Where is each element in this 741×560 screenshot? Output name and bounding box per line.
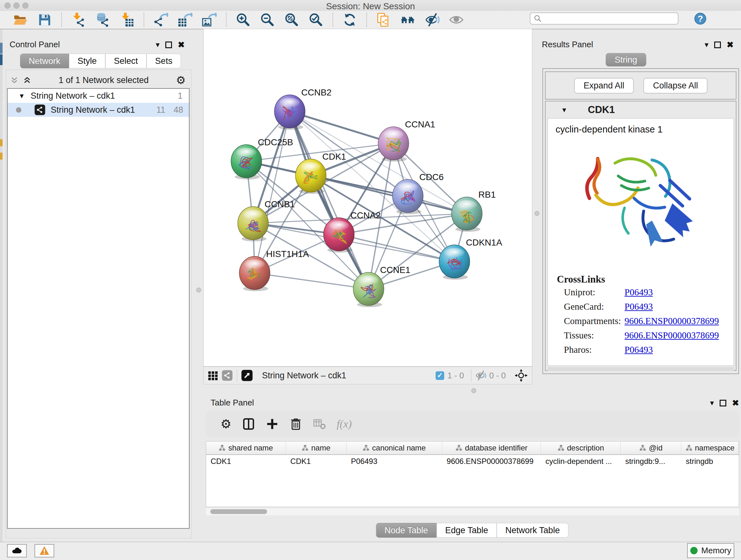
bottom-splitter-handle[interactable]: [471, 388, 476, 393]
tab-edge-table[interactable]: Edge Table: [436, 523, 497, 538]
network-node-CDC6[interactable]: CDC6: [393, 172, 444, 214]
table-row[interactable]: CDK1CDK1P064939606.ENSP00000378699cyclin…: [206, 455, 739, 468]
table-cell[interactable]: 9606.ENSP00000378699: [442, 457, 541, 466]
crosslink-link[interactable]: P06493: [624, 345, 653, 355]
network-node-CCNB1[interactable]: CCNB1: [238, 199, 295, 241]
hide-selected-icon[interactable]: [420, 11, 444, 28]
search-input[interactable]: [544, 14, 678, 23]
tab-sets[interactable]: Sets: [146, 54, 181, 68]
crosslink-link[interactable]: P06493: [624, 287, 653, 298]
column-header-shared-name[interactable]: shared name: [206, 442, 286, 454]
network-badge-gray-icon[interactable]: [221, 370, 233, 381]
tab-select[interactable]: Select: [105, 54, 146, 68]
results-panel-float-icon[interactable]: [714, 42, 721, 48]
tab-string[interactable]: String: [606, 53, 646, 66]
zoom-fit-icon[interactable]: [280, 11, 304, 28]
crosslink-link[interactable]: 9606.ENSP00000378699: [624, 316, 719, 326]
node-table[interactable]: shared namenamecanonical namedatabase id…: [206, 441, 739, 507]
import-network-file-icon[interactable]: [66, 11, 91, 28]
column-header-description[interactable]: description: [541, 442, 621, 454]
export-network-icon[interactable]: [149, 11, 173, 28]
tab-network[interactable]: Network: [20, 54, 69, 68]
table-cell[interactable]: P06493: [347, 457, 442, 466]
control-panel-menu-icon[interactable]: ▾: [156, 40, 159, 49]
table-gear-icon[interactable]: ⚙: [220, 417, 231, 431]
memory-status-dot: [690, 547, 697, 554]
open-session-icon[interactable]: [8, 11, 32, 28]
zoom-in-icon[interactable]: [231, 11, 255, 28]
warnings-button[interactable]: [35, 544, 54, 557]
results-panel-menu-icon[interactable]: ▾: [704, 40, 709, 49]
zoom-out-icon[interactable]: [255, 11, 280, 28]
network-row-selected[interactable]: String Network – cdk1 11 48: [8, 103, 189, 117]
collection-expand-icon[interactable]: ▾: [20, 91, 23, 100]
gene-collapse-icon[interactable]: ▾: [562, 105, 566, 114]
table-cell[interactable]: CDK1: [286, 457, 347, 466]
export-image-icon[interactable]: [197, 11, 221, 28]
table-panel-close-icon[interactable]: ✖: [732, 399, 739, 407]
crosslink-link[interactable]: 9606.ENSP00000378699: [624, 330, 719, 341]
network-node-RB1[interactable]: RB1: [452, 190, 495, 232]
control-panel-close-icon[interactable]: ✖: [178, 41, 185, 49]
table-add-column-icon[interactable]: [266, 418, 279, 430]
selected-checkbox-icon[interactable]: ✓: [435, 371, 444, 380]
network-canvas[interactable]: CCNB2CCNA1CDC25BCDK1CDC6RB1CCNB1CCNA2CDK…: [203, 29, 532, 367]
save-session-icon[interactable]: [32, 11, 57, 28]
column-header-canonical-name[interactable]: canonical name: [347, 442, 442, 454]
help-button[interactable]: ?: [694, 13, 706, 24]
apply-layout-icon[interactable]: [338, 11, 362, 28]
gene-section-header[interactable]: ▾ CDK1: [546, 102, 736, 118]
collapse-all-button[interactable]: Collapse All: [643, 78, 708, 94]
expand-all-button[interactable]: Expand All: [574, 78, 634, 94]
network-graph[interactable]: CCNB2CCNA1CDC25BCDK1CDC6RB1CCNB1CCNA2CDK…: [204, 29, 532, 366]
cloud-button[interactable]: [7, 544, 27, 557]
results-panel-close-icon[interactable]: ✖: [727, 41, 734, 49]
collection-count: 1: [178, 91, 183, 101]
duplicate-network-icon[interactable]: [372, 11, 396, 28]
import-network-database-icon[interactable]: [91, 11, 115, 28]
tab-network-table[interactable]: Network Table: [497, 523, 569, 538]
show-all-icon: [444, 11, 468, 28]
network-node-CDKN1A[interactable]: CDKN1A: [439, 238, 502, 280]
search-box[interactable]: [530, 12, 678, 24]
import-table-icon[interactable]: [115, 11, 139, 28]
network-current-dot: [16, 107, 21, 113]
table-cell[interactable]: stringdb: [681, 457, 739, 466]
table-cell[interactable]: stringdb:9...: [621, 457, 681, 466]
grid-view-icon[interactable]: [207, 370, 218, 381]
left-splitter-handle[interactable]: [196, 288, 201, 293]
crosslink-link[interactable]: P06493: [624, 301, 653, 312]
table-horizontal-scrollbar[interactable]: [206, 508, 739, 515]
control-panel-title: Control Panel: [10, 40, 60, 50]
table-columns-icon[interactable]: [242, 418, 255, 430]
network-node-CDK1[interactable]: CDK1: [295, 152, 346, 194]
tab-style[interactable]: Style: [69, 54, 105, 68]
memory-button[interactable]: Memory: [687, 543, 734, 558]
network-node-HIST1H1A[interactable]: HIST1H1A: [239, 249, 309, 291]
collapse-all-networks-icon[interactable]: [10, 76, 18, 84]
column-header-name[interactable]: name: [286, 442, 347, 454]
open-in-window-icon[interactable]: [241, 369, 253, 381]
zoom-selected-icon[interactable]: [304, 11, 328, 28]
scrollbar-thumb[interactable]: [210, 509, 267, 514]
move-crosshair-icon[interactable]: [515, 369, 528, 382]
crosslink-row: Pharos:P06493: [557, 343, 719, 357]
tab-node-table[interactable]: Node Table: [376, 523, 436, 538]
network-options-gear-icon[interactable]: ⚙: [176, 74, 186, 86]
table-cell[interactable]: cyclin-dependent ...: [541, 457, 621, 466]
export-table-icon[interactable]: [173, 11, 197, 28]
table-panel-menu-icon[interactable]: ▾: [710, 398, 714, 408]
network-collection-row[interactable]: ▾ String Network – cdk1 1: [8, 89, 189, 103]
expand-all-networks-icon[interactable]: [23, 76, 31, 84]
table-delete-column-icon[interactable]: [289, 418, 302, 430]
table-cell[interactable]: CDK1: [206, 457, 286, 466]
network-node-CCNE1[interactable]: CCNE1: [353, 265, 410, 307]
first-neighbors-icon[interactable]: [396, 11, 420, 28]
column-header-namespace[interactable]: namespace: [681, 442, 739, 454]
control-panel-float-icon[interactable]: [165, 42, 172, 48]
column-header-database-identifier[interactable]: database identifier: [442, 442, 541, 454]
column-header-@id[interactable]: @id: [621, 442, 681, 454]
memory-label: Memory: [701, 546, 731, 556]
toolbar-separator: [366, 13, 367, 27]
table-panel-float-icon[interactable]: [720, 400, 726, 407]
